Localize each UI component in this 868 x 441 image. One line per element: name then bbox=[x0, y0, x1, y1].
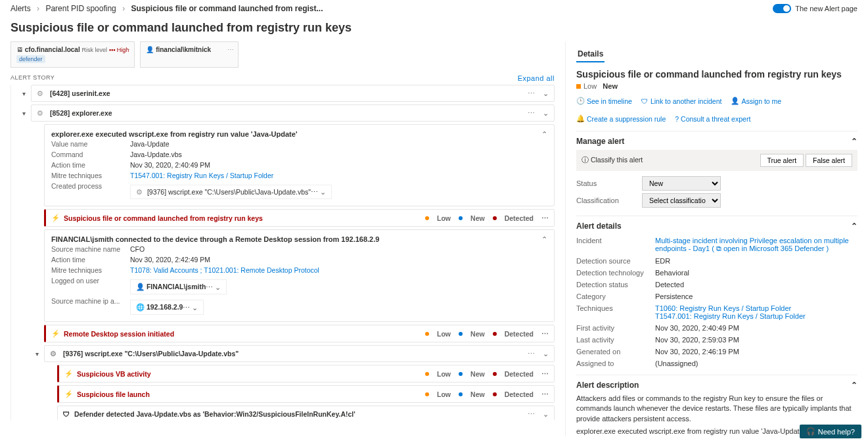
timeline-icon: 🕒 bbox=[576, 97, 585, 105]
chevron-up-icon[interactable]: ⌃ bbox=[851, 137, 857, 146]
process-row-userinit[interactable]: ▾ ⚙[6428] userinit.exe ⋯⌄ bbox=[31, 85, 555, 102]
severity-row: Low New bbox=[576, 82, 857, 90]
more-icon[interactable]: ⋯ bbox=[528, 350, 535, 358]
tab-details[interactable]: Details bbox=[576, 47, 605, 62]
event-block-rdp: FINANCIAL\jsmith connected to the device… bbox=[44, 229, 555, 322]
flash-icon: ⚡ bbox=[51, 329, 60, 338]
action-consult[interactable]: ?Consult a threat expert bbox=[675, 114, 750, 123]
event-row-defender[interactable]: 🛡Defender detected Java-Update.vbs as 'B… bbox=[57, 406, 555, 420]
more-icon[interactable]: ⋯ bbox=[541, 370, 549, 378]
more-icon[interactable]: ⋯ bbox=[541, 330, 549, 338]
chevron-down-icon[interactable]: ⌄ bbox=[543, 109, 549, 117]
technique-link[interactable]: T1060: Registry Run Keys / Startup Folde… bbox=[655, 304, 857, 320]
user-name: financial\kmitnick bbox=[156, 46, 211, 53]
mitre-link[interactable]: T1078: Valid Accounts ; T1021.001: Remot… bbox=[130, 266, 319, 274]
more-icon[interactable]: ⋯ bbox=[541, 214, 549, 222]
alert-story-label: ALERT STORY Expand all bbox=[11, 74, 555, 81]
more-icon[interactable]: ⋯ bbox=[183, 304, 190, 312]
more-icon[interactable]: ⋯ bbox=[541, 390, 549, 398]
chevron-icon[interactable]: ▾ bbox=[22, 110, 26, 117]
device-icon: 🖥 bbox=[16, 46, 23, 53]
breadcrumb: Alerts › Parent PID spoofing › Suspiciou… bbox=[11, 4, 323, 13]
event-block-regrun: explorer.exe executed wscript.exe from r… bbox=[44, 124, 555, 206]
expand-all-link[interactable]: Expand all bbox=[518, 74, 555, 82]
user-icon: 👤 bbox=[731, 97, 739, 105]
flash-icon: ⚡ bbox=[64, 369, 73, 378]
alert-row[interactable]: ⚡Remote Desktop session initiated LowNew… bbox=[44, 325, 555, 342]
process-row-explorer[interactable]: ▾ ⚙[8528] explorer.exe ⋯⌄ bbox=[31, 104, 555, 122]
headset-icon: 🎧 bbox=[806, 427, 815, 436]
new-alert-page-toggle[interactable] bbox=[773, 4, 791, 13]
more-icon[interactable]: ⋯ bbox=[528, 109, 535, 117]
risk-label: Risk level bbox=[81, 47, 107, 53]
manage-alert-header[interactable]: Manage alert⌃ bbox=[576, 137, 857, 146]
more-icon[interactable]: ⋯ bbox=[206, 283, 213, 291]
link-icon: 🛡 bbox=[641, 97, 649, 105]
chevron-down-icon[interactable]: ⌄ bbox=[543, 410, 549, 418]
alert-row[interactable]: ⚡Suspicious file launch LowNewDetected⋯ bbox=[57, 385, 555, 403]
chevron-up-icon[interactable]: ⌃ bbox=[541, 235, 547, 244]
status-select[interactable]: New bbox=[642, 176, 721, 191]
gear-icon: ⚙ bbox=[50, 350, 57, 358]
more-icon[interactable]: ⋯ bbox=[528, 89, 535, 97]
action-suppression[interactable]: 🔔Create a suppression rule bbox=[576, 114, 666, 123]
incident-link[interactable]: Multi-stage incident involving Privilege… bbox=[655, 237, 857, 253]
user-card[interactable]: 👤 financial\kmitnick ⋯ bbox=[140, 41, 239, 68]
info-icon: ⓘ bbox=[582, 156, 589, 164]
user-icon: 👤 bbox=[146, 46, 154, 53]
page-title: Suspicious file or command launched from… bbox=[0, 17, 868, 41]
gear-icon: ⚙ bbox=[136, 188, 143, 196]
device-more-icon[interactable]: ⋯ bbox=[124, 46, 130, 53]
toggle-label: The new Alert page bbox=[795, 5, 857, 12]
action-timeline[interactable]: 🕒See in timeline bbox=[576, 97, 632, 105]
true-alert-button[interactable]: True alert bbox=[760, 154, 804, 167]
event-title: FINANCIAL\jsmith connected to the device… bbox=[51, 235, 379, 244]
rule-icon: 🔔 bbox=[576, 114, 585, 123]
alert-description-header[interactable]: Alert description⌃ bbox=[576, 381, 857, 390]
device-name: cfo.financial.local bbox=[25, 46, 80, 53]
flash-icon: ⚡ bbox=[51, 214, 60, 222]
chevron-icon[interactable]: ▾ bbox=[35, 350, 39, 358]
help-icon: ? bbox=[675, 115, 679, 123]
globe-icon: 🌐 bbox=[136, 303, 145, 311]
mitre-link[interactable]: T1547.001: Registry Run Keys / Startup F… bbox=[130, 172, 273, 179]
chevron-up-icon[interactable]: ⌃ bbox=[541, 130, 547, 139]
action-assign[interactable]: 👤Assign to me bbox=[731, 97, 781, 105]
chevron-down-icon[interactable]: ⌄ bbox=[543, 350, 549, 358]
alert-details-header[interactable]: Alert details⌃ bbox=[576, 221, 857, 231]
false-alert-button[interactable]: False alert bbox=[806, 154, 852, 167]
chevron-up-icon[interactable]: ⌃ bbox=[851, 381, 857, 390]
process-row-wscript[interactable]: ▾ ⚙[9376] wscript.exe "C:\Users\Public\J… bbox=[44, 345, 555, 362]
device-card[interactable]: 🖥 cfo.financial.local Risk level ▪▪▪ Hig… bbox=[11, 41, 135, 68]
flash-icon: ⚡ bbox=[64, 390, 73, 398]
classification-label: Classification bbox=[576, 197, 642, 204]
status-label: Status bbox=[576, 179, 642, 187]
alert-row[interactable]: ⚡Suspicious file or command launched fro… bbox=[44, 209, 555, 227]
user-icon: 👤 bbox=[136, 283, 145, 290]
chevron-up-icon[interactable]: ⌃ bbox=[851, 221, 857, 231]
gear-icon: ⚙ bbox=[37, 109, 43, 117]
classification-select[interactable]: Select classification... bbox=[642, 193, 721, 208]
need-help-button[interactable]: 🎧Need help? bbox=[800, 425, 861, 438]
chevron-icon[interactable]: ▾ bbox=[22, 90, 26, 97]
more-icon[interactable]: ⋯ bbox=[528, 410, 535, 418]
user-more-icon[interactable]: ⋯ bbox=[227, 46, 234, 53]
crumb-current: Suspicious file or command launched from… bbox=[131, 4, 323, 13]
chevron-down-icon[interactable]: ⌄ bbox=[543, 89, 549, 97]
details-title: Suspicious file or command launched from… bbox=[576, 69, 857, 80]
chevron-down-icon[interactable]: ⌄ bbox=[320, 188, 326, 196]
alert-row[interactable]: ⚡Suspicious VB activity LowNewDetected⋯ bbox=[57, 365, 555, 383]
gear-icon: ⚙ bbox=[37, 89, 43, 97]
crumb-parent[interactable]: Parent PID spoofing bbox=[45, 4, 116, 13]
action-link-incident[interactable]: 🛡Link to another incident bbox=[641, 97, 722, 105]
defender-tag: defender bbox=[16, 55, 45, 63]
crumb-alerts[interactable]: Alerts bbox=[11, 4, 31, 13]
chevron-down-icon[interactable]: ⌄ bbox=[215, 283, 221, 291]
event-title: explorer.exe executed wscript.exe from r… bbox=[51, 130, 298, 139]
chevron-down-icon[interactable]: ⌄ bbox=[192, 304, 198, 312]
more-icon[interactable]: ⋯ bbox=[311, 188, 318, 196]
shield-icon: 🛡 bbox=[63, 410, 70, 418]
